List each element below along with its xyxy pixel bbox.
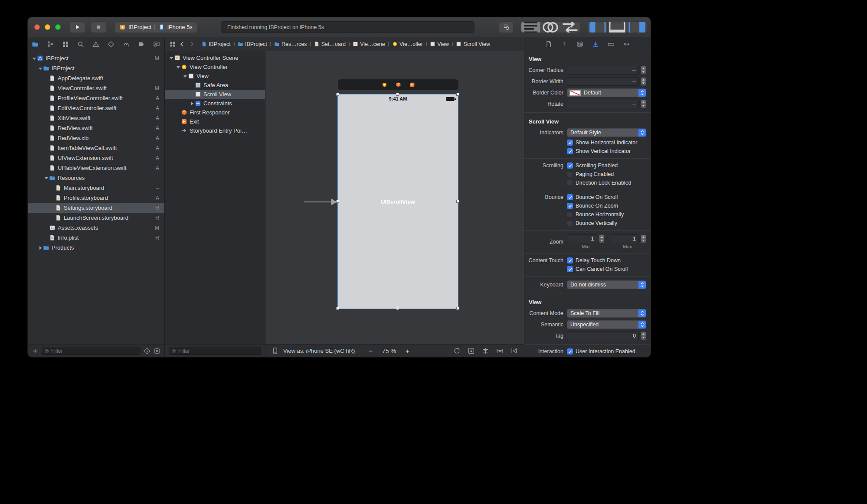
file-inspector-icon[interactable] bbox=[544, 40, 553, 49]
disclosure-triangle[interactable] bbox=[37, 65, 43, 72]
tree-row[interactable]: Main.storyboard– bbox=[28, 183, 164, 193]
stepper-control[interactable] bbox=[641, 332, 646, 340]
tree-row[interactable]: Exit bbox=[165, 117, 265, 126]
disclosure-triangle[interactable] bbox=[168, 55, 174, 61]
jumpbar-item[interactable]: IBProject bbox=[238, 41, 267, 47]
tree-row[interactable]: XibView.swiftA bbox=[28, 113, 164, 123]
version-editor-button[interactable] bbox=[560, 22, 580, 33]
tree-row[interactable]: View bbox=[165, 72, 265, 81]
selection-handle[interactable] bbox=[456, 200, 459, 203]
zoom-in-button[interactable]: + bbox=[406, 347, 409, 354]
number-field[interactable]: 1 bbox=[567, 234, 597, 243]
checkbox[interactable] bbox=[567, 266, 573, 272]
checkbox[interactable] bbox=[567, 140, 573, 146]
align-button[interactable] bbox=[482, 347, 489, 354]
tree-row[interactable]: ItemTableViewCell.swiftA bbox=[28, 143, 164, 153]
tree-row[interactable]: Scroll View bbox=[165, 90, 265, 99]
close-button[interactable] bbox=[34, 24, 40, 30]
tree-row[interactable]: View Controller Scene bbox=[165, 53, 265, 62]
identity-inspector-icon[interactable] bbox=[576, 40, 584, 49]
tree-row[interactable]: Assets.xcassetsM bbox=[28, 223, 164, 233]
navigator-filter-input[interactable] bbox=[51, 348, 138, 354]
debug-navigator-icon[interactable] bbox=[122, 40, 131, 49]
embed-in-button[interactable] bbox=[468, 347, 475, 354]
checkbox[interactable] bbox=[567, 180, 573, 186]
storyboard-entry-point-arrow[interactable] bbox=[303, 196, 338, 208]
stepper-control[interactable] bbox=[641, 100, 646, 108]
scheme-selector[interactable]: IBProject ⟩ iPhone 5s bbox=[115, 21, 197, 33]
popup-button[interactable]: Default bbox=[567, 88, 646, 97]
add-button[interactable] bbox=[32, 348, 39, 354]
stepper-control[interactable] bbox=[641, 66, 646, 75]
number-field[interactable]: -- bbox=[567, 66, 639, 75]
zoom-level-label[interactable]: 75 % bbox=[382, 348, 396, 354]
tree-row[interactable]: Products bbox=[28, 243, 164, 253]
tree-row[interactable]: RedView.swiftA bbox=[28, 123, 164, 133]
tree-row[interactable]: Storyboard Entry Poi… bbox=[165, 126, 265, 135]
stop-button[interactable] bbox=[91, 21, 107, 33]
tree-row[interactable]: RedView.xibA bbox=[28, 133, 164, 143]
tree-row[interactable]: LaunchScreen.storyboardR bbox=[28, 213, 164, 223]
disclosure-triangle[interactable] bbox=[175, 64, 181, 70]
debug-panel-button[interactable] bbox=[608, 22, 627, 33]
zoom-button[interactable] bbox=[55, 24, 61, 30]
assistant-editor-button[interactable] bbox=[541, 22, 560, 33]
tree-row[interactable]: Info.plistR bbox=[28, 233, 164, 243]
checkbox[interactable] bbox=[567, 194, 573, 200]
selection-handle[interactable] bbox=[336, 93, 339, 96]
run-button[interactable] bbox=[69, 21, 85, 33]
tree-row[interactable]: Profile.storyboardA bbox=[28, 193, 164, 203]
view-as-button[interactable]: View as: iPhone SE (wC hR) bbox=[283, 348, 355, 354]
storyboard-canvas[interactable]: 9:41 AM UIScrollView View as: iPhone SE … bbox=[265, 51, 524, 357]
checkbox[interactable] bbox=[567, 220, 573, 226]
tree-row[interactable]: Safe Area bbox=[165, 81, 265, 90]
tree-row[interactable]: Resources bbox=[28, 173, 164, 183]
connections-inspector-icon[interactable] bbox=[622, 40, 631, 49]
checkbox[interactable] bbox=[567, 257, 573, 263]
jumpbar-item[interactable]: Vie…cene bbox=[353, 41, 385, 47]
checkbox[interactable] bbox=[567, 171, 573, 177]
disclosure-triangle[interactable] bbox=[37, 246, 43, 250]
disclosure-triangle[interactable] bbox=[43, 175, 49, 181]
tree-row[interactable]: First Responder bbox=[165, 108, 265, 117]
symbol-navigator-icon[interactable] bbox=[61, 40, 70, 49]
resolve-autolayout-button[interactable] bbox=[510, 347, 518, 354]
standard-editor-button[interactable] bbox=[521, 22, 541, 33]
jumpbar-item[interactable]: Res…rces bbox=[274, 41, 307, 47]
tree-row[interactable]: IBProject bbox=[28, 63, 164, 73]
jumpbar-item[interactable]: IBProject bbox=[201, 41, 231, 47]
disclosure-triangle[interactable] bbox=[182, 73, 188, 79]
scroll-view-canvas[interactable]: 9:41 AM UIScrollView bbox=[338, 94, 458, 309]
breakpoint-navigator-icon[interactable] bbox=[137, 40, 146, 49]
selection-handle[interactable] bbox=[456, 93, 459, 96]
selection-handle[interactable] bbox=[456, 307, 459, 310]
navigator-filter-field[interactable] bbox=[42, 347, 141, 355]
go-forward-button[interactable] bbox=[188, 41, 195, 48]
recent-files-filter-icon[interactable] bbox=[144, 348, 150, 354]
issue-navigator-icon[interactable] bbox=[92, 40, 100, 49]
device-bezels-icon[interactable] bbox=[272, 347, 279, 354]
attributes-inspector-icon[interactable] bbox=[591, 40, 600, 49]
checkbox[interactable] bbox=[567, 203, 573, 209]
add-constraints-button[interactable] bbox=[496, 347, 504, 354]
project-navigator-icon[interactable] bbox=[31, 40, 39, 49]
jumpbar-item[interactable]: Scroll View bbox=[456, 41, 490, 47]
find-navigator-icon[interactable] bbox=[76, 40, 85, 49]
checkbox[interactable] bbox=[567, 211, 573, 218]
jumpbar-item[interactable]: View bbox=[430, 41, 449, 47]
selection-handle[interactable] bbox=[336, 200, 339, 203]
checkbox[interactable] bbox=[567, 348, 573, 354]
popup-button[interactable]: Do not dismiss bbox=[567, 280, 646, 289]
tree-row[interactable]: Constraints bbox=[165, 99, 265, 108]
source-control-icon[interactable] bbox=[46, 40, 55, 49]
minimize-button[interactable] bbox=[45, 24, 50, 30]
scm-status-filter-icon[interactable] bbox=[154, 348, 160, 354]
stepper-control[interactable] bbox=[641, 234, 646, 243]
zoom-out-button[interactable]: − bbox=[369, 347, 373, 354]
scene-dock[interactable] bbox=[338, 79, 458, 90]
tree-row[interactable]: Settings.storyboardR bbox=[28, 203, 164, 213]
test-navigator-icon[interactable] bbox=[107, 40, 115, 49]
tree-row[interactable]: IBProjectM bbox=[28, 53, 164, 63]
report-navigator-icon[interactable] bbox=[152, 40, 161, 49]
jumpbar-item[interactable]: Vie…oller bbox=[392, 41, 423, 47]
